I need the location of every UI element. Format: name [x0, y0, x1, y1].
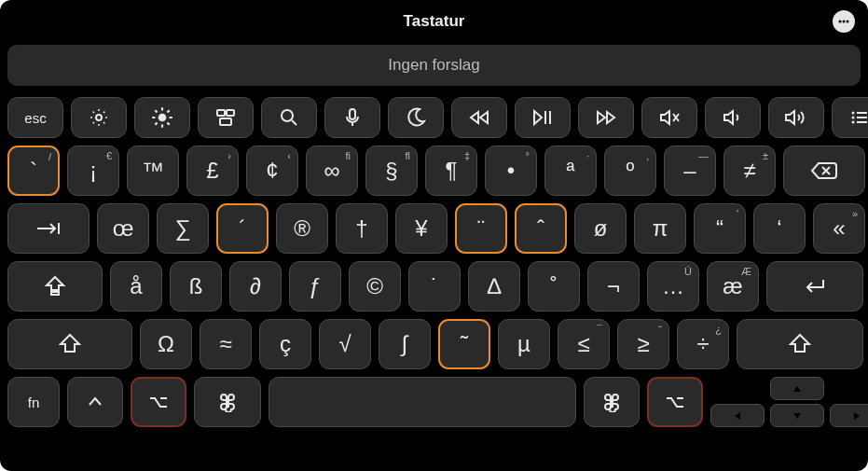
arrow-down-key[interactable]: [770, 404, 824, 427]
row1-key-11[interactable]: –—: [664, 145, 716, 196]
row4-key-9[interactable]: ÷¿: [677, 319, 729, 369]
row4-key-8[interactable]: ≥˘: [617, 319, 669, 369]
play-pause-icon[interactable]: [515, 97, 571, 138]
control-key[interactable]: [67, 377, 123, 427]
fast-forward-icon[interactable]: [578, 97, 634, 138]
row2-key-1[interactable]: ∑: [157, 203, 209, 254]
arrow-right-key[interactable]: [830, 404, 868, 427]
mission-control-icon[interactable]: [198, 97, 254, 138]
row3-key-10[interactable]: æÆ: [707, 261, 759, 312]
svg-rect-13: [51, 292, 59, 295]
row4-key-5[interactable]: ˜: [438, 319, 490, 369]
row3-key-8[interactable]: ¬: [587, 261, 640, 312]
row2-key-12[interactable]: «»: [813, 203, 865, 254]
spacebar[interactable]: [269, 377, 576, 427]
key-main-label: –: [683, 159, 696, 182]
row4-key-6[interactable]: µ: [498, 319, 550, 369]
esc-key[interactable]: esc: [7, 97, 63, 138]
row4-key-0[interactable]: Ω: [140, 319, 192, 369]
row1-key-7[interactable]: ¶‡: [425, 145, 477, 196]
row2-key-9[interactable]: π: [634, 203, 686, 254]
key-alt-label: ›: [227, 150, 231, 161]
do-not-disturb-icon[interactable]: [388, 97, 444, 138]
row3-key-0[interactable]: å: [110, 261, 162, 312]
brightness-up-icon[interactable]: [134, 97, 190, 138]
row2-key-7[interactable]: ˆ: [515, 203, 567, 254]
suggestion-text: Ingen forslag: [388, 56, 479, 75]
key-alt-label: »: [852, 208, 858, 219]
rewind-icon[interactable]: [451, 97, 507, 138]
key-alt-label: Æ: [741, 266, 751, 277]
fn-key[interactable]: fn: [7, 377, 60, 427]
svg-point-1: [843, 21, 846, 23]
row2-key-0[interactable]: œ: [97, 203, 149, 254]
row3-key-3[interactable]: ƒ: [289, 261, 341, 312]
command-right-key[interactable]: [584, 377, 640, 427]
shift-left-key[interactable]: [7, 319, 132, 369]
row2-key-10[interactable]: “': [694, 203, 746, 254]
row2-key-2[interactable]: ´: [216, 203, 269, 254]
shift-right-key[interactable]: [737, 319, 863, 369]
row1-key-8[interactable]: •°: [485, 145, 537, 196]
row3-key-2[interactable]: ∂: [229, 261, 282, 312]
row2-key-8[interactable]: ø: [574, 203, 627, 254]
row4-key-2[interactable]: ç: [259, 319, 311, 369]
caps-lock-key[interactable]: [7, 261, 103, 312]
row1-key-0[interactable]: `/: [7, 145, 60, 196]
volume-down-icon[interactable]: [705, 97, 761, 138]
row1-key-1[interactable]: ¡€: [67, 145, 119, 196]
row3-key-9[interactable]: …Ú: [647, 261, 699, 312]
close-icon[interactable]: [13, 11, 34, 32]
more-options-icon[interactable]: [833, 10, 855, 33]
row2-key-4[interactable]: †: [336, 203, 388, 254]
keyboard-viewer-window: Tastatur Ingen forslag esc: [0, 0, 868, 471]
row1-key-5[interactable]: ∞fi: [306, 145, 358, 196]
volume-up-icon[interactable]: [768, 97, 824, 138]
brightness-down-icon[interactable]: [71, 97, 127, 138]
key-main-label: ®: [294, 217, 310, 240]
row4-key-7[interactable]: ≤¯: [558, 319, 610, 369]
mute-icon[interactable]: [641, 97, 697, 138]
row2-key-6[interactable]: ¨: [455, 203, 507, 254]
list-icon[interactable]: [832, 97, 868, 138]
minimize-icon[interactable]: [50, 11, 71, 32]
row4-key-3[interactable]: √: [319, 319, 371, 369]
delete-key[interactable]: [783, 145, 865, 196]
row4-key-4[interactable]: ∫: [379, 319, 431, 369]
row2-key-5[interactable]: ¥: [395, 203, 448, 254]
spotlight-search-icon[interactable]: [261, 97, 317, 138]
option-right-key[interactable]: [647, 377, 703, 427]
row1-key-3[interactable]: £›: [186, 145, 239, 196]
key-main-label: ˜: [461, 333, 468, 355]
row3-key-7[interactable]: ˚: [528, 261, 580, 312]
row1-key-9[interactable]: ª·: [544, 145, 597, 196]
row2-key-11[interactable]: ‘: [753, 203, 806, 254]
arrow-up-key[interactable]: [770, 377, 824, 400]
key-main-label: ¶: [446, 159, 458, 182]
row1-key-12[interactable]: ≠±: [723, 145, 776, 196]
row1-key-2[interactable]: ™: [127, 145, 179, 196]
key-alt-label: —: [698, 150, 709, 161]
tab-key[interactable]: [7, 203, 90, 254]
command-left-key[interactable]: [194, 377, 261, 427]
row1-key-4[interactable]: ¢‹: [246, 145, 298, 196]
option-left-key[interactable]: [131, 377, 186, 427]
row3-key-4[interactable]: ©: [349, 261, 401, 312]
arrow-left-key[interactable]: [710, 404, 765, 427]
row1-key-6[interactable]: §fl: [365, 145, 418, 196]
return-key[interactable]: [766, 261, 863, 312]
svg-point-11: [852, 117, 855, 119]
key-main-label: ∑: [174, 217, 190, 240]
row1-key-10[interactable]: º‚: [604, 145, 656, 196]
svg-rect-9: [350, 109, 355, 119]
key-alt-label: ‡: [464, 150, 470, 161]
row4-key-1[interactable]: ≈: [200, 319, 252, 369]
row3-key-6[interactable]: ∆: [468, 261, 520, 312]
key-main-label: ƒ: [309, 275, 321, 298]
row3-key-5[interactable]: ˙: [408, 261, 461, 312]
key-main-label: ‘: [777, 217, 781, 240]
row3-key-1[interactable]: ß: [170, 261, 222, 312]
dictation-mic-icon[interactable]: [324, 97, 380, 138]
row2-key-3[interactable]: ®: [276, 203, 328, 254]
key-main-label: ª: [567, 159, 575, 182]
